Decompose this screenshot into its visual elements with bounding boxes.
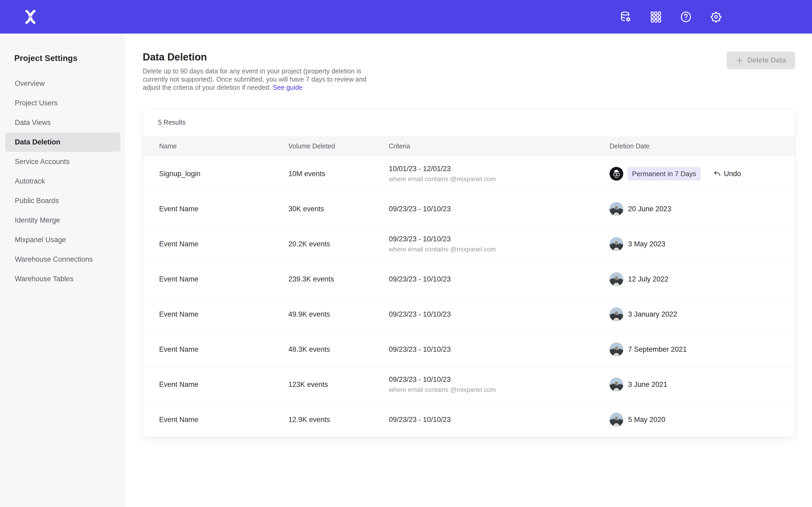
criteria-subtext: where email contains @mixpanel.com	[389, 175, 610, 183]
page-title: Data Deletion	[143, 52, 380, 63]
data-settings-icon[interactable]	[619, 10, 632, 23]
sidebar-item-service-accounts[interactable]: Service Accounts	[5, 152, 120, 171]
undo-button[interactable]: Undo	[713, 170, 741, 178]
column-header-deletion-date: Deletion Date	[610, 142, 787, 150]
deletion-date-cell: 7 September 2021	[610, 342, 787, 356]
table-row: Event Name 20.2K events 09/23/23 - 10/10…	[143, 226, 795, 262]
criteria-cell: 09/23/23 - 10/10/23	[389, 275, 610, 283]
event-name-cell: Event Name	[159, 205, 288, 213]
event-name-cell: Event Name	[159, 275, 288, 283]
event-name-cell: Event Name	[159, 240, 288, 248]
event-name-cell: Event Name	[159, 310, 288, 319]
user-avatar	[610, 202, 623, 216]
undo-icon	[713, 170, 721, 178]
permanent-badge: Permanent in 7 Days	[627, 167, 701, 181]
table-row: Event Name 12.9K events 09/23/23 - 10/10…	[143, 402, 795, 437]
top-navigation-bar	[0, 0, 812, 34]
table-row: Event Name 48.3K events 09/23/23 - 10/10…	[143, 332, 795, 367]
user-avatar	[610, 272, 623, 286]
mixpanel-logo[interactable]	[19, 6, 42, 28]
user-avatar	[610, 237, 623, 251]
settings-gear-icon[interactable]	[709, 10, 723, 23]
volume-cell: 123K events	[288, 381, 389, 389]
column-header-volume-deleted: Volume Deleted	[288, 142, 389, 150]
results-count: 5 Results	[143, 109, 795, 136]
event-name-cell: Event Name	[159, 345, 288, 353]
criteria-cell: 09/23/23 - 10/10/23	[389, 416, 610, 424]
sidebar-item-project-users[interactable]: Project Users	[5, 93, 120, 113]
volume-cell: 30K events	[288, 205, 389, 213]
sidebar-title: Project Settings	[14, 54, 124, 63]
criteria-cell: 09/23/23 - 10/10/23	[389, 345, 610, 353]
criteria-cell: 10/01/23 - 12/01/23 where email contains…	[389, 165, 610, 183]
volume-cell: 49.9K events	[288, 310, 389, 319]
volume-cell: 48.3K events	[288, 345, 389, 353]
sidebar-item-warehouse-connections[interactable]: Warehouse Connections	[5, 249, 120, 269]
results-table: 5 Results Name Volume Deleted Criteria D…	[143, 109, 795, 437]
deletion-date-cell: 20 June 2023	[610, 202, 787, 216]
sidebar-item-data-views[interactable]: Data Views	[5, 113, 120, 132]
table-header-row: Name Volume Deleted Criteria Deletion Da…	[143, 136, 795, 156]
deletion-date-cell: 5 May 2020	[610, 413, 787, 427]
sidebar-item-autotrack[interactable]: Autotrack	[5, 171, 120, 191]
user-avatar	[610, 167, 623, 181]
main-content: Data Deletion Delete up to 90 days data …	[124, 34, 812, 507]
apps-grid-icon[interactable]	[649, 10, 662, 23]
user-avatar	[610, 413, 623, 427]
topbar-icon-group	[619, 10, 723, 23]
sidebar-item-overview[interactable]: Overview	[5, 74, 120, 93]
volume-cell: 12.9K events	[288, 416, 389, 424]
sidebar-item-mixpanel-usage[interactable]: Mixpanel Usage	[5, 230, 120, 249]
sidebar: Project Settings Overview Project Users …	[0, 34, 124, 507]
table-row: Event Name 239.3K events 09/23/23 - 10/1…	[143, 262, 795, 296]
criteria-subtext: where email contains @mixpanel.com	[389, 245, 610, 253]
criteria-cell: 09/23/23 - 10/10/23	[389, 310, 610, 319]
mixpanel-logo-icon	[22, 9, 39, 25]
criteria-cell: 09/23/23 - 10/10/23 where email contains…	[389, 376, 610, 393]
table-row: Event Name 123K events 09/23/23 - 10/10/…	[143, 367, 795, 402]
table-row: Event Name 30K events 09/23/23 - 10/10/2…	[143, 191, 795, 226]
plus-icon	[735, 57, 744, 64]
column-header-name: Name	[159, 142, 288, 150]
deletion-date-cell: 12 July 2022	[610, 272, 787, 286]
table-row: Event Name 49.9K events 09/23/23 - 10/10…	[143, 296, 795, 332]
delete-data-button[interactable]: Delete Data	[727, 52, 795, 69]
user-avatar	[610, 307, 623, 321]
event-name-cell: Signup_login	[159, 170, 288, 178]
volume-cell: 239.3K events	[288, 275, 389, 283]
user-avatar	[610, 378, 623, 391]
sidebar-item-data-deletion[interactable]: Data Deletion	[5, 132, 120, 152]
volume-cell: 10M events	[288, 170, 389, 178]
criteria-cell: 09/23/23 - 10/10/23	[389, 205, 610, 213]
deletion-date-cell: 3 January 2022	[610, 307, 787, 321]
sidebar-item-public-boards[interactable]: Public Boards	[5, 191, 120, 211]
table-row: Signup_login 10M events 10/01/23 - 12/01…	[143, 156, 795, 191]
volume-cell: 20.2K events	[288, 240, 389, 248]
deletion-date-cell: 3 May 2023	[610, 237, 787, 251]
sidebar-item-identity-merge[interactable]: Identity Merge	[5, 211, 120, 230]
page-header: Data Deletion Delete up to 90 days data …	[143, 52, 795, 92]
deletion-date-cell: 3 June 2021	[610, 378, 787, 391]
event-name-cell: Event Name	[159, 416, 288, 424]
event-name-cell: Event Name	[159, 381, 288, 389]
sidebar-item-warehouse-tables[interactable]: Warehouse Tables	[5, 269, 120, 289]
help-icon[interactable]	[679, 10, 693, 23]
criteria-subtext: where email contains @mixpanel.com	[389, 386, 610, 393]
user-avatar	[610, 342, 623, 356]
page-description: Delete up to 90 days data for any event …	[143, 67, 380, 92]
column-header-criteria: Criteria	[389, 142, 610, 150]
see-guide-link[interactable]: See guide	[273, 84, 303, 91]
deletion-date-cell: Permanent in 7 Days Undo	[610, 167, 787, 181]
criteria-cell: 09/23/23 - 10/10/23 where email contains…	[389, 235, 610, 253]
